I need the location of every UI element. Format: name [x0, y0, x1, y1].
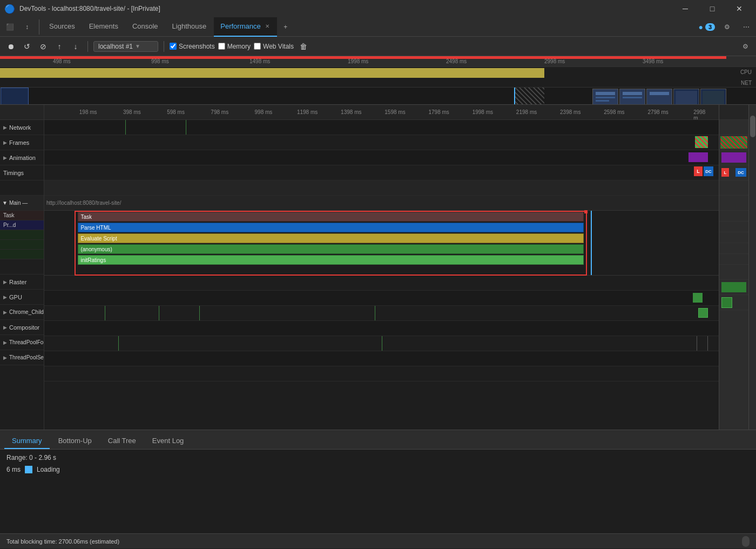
- tab-bar-left-icons: ⬛ ↕: [2, 19, 39, 35]
- close-button[interactable]: ✕: [727, 0, 752, 17]
- maximize-button[interactable]: □: [700, 0, 725, 17]
- tab-summary[interactable]: Summary: [4, 433, 50, 449]
- toolbar: ⏺ ↺ ⊘ ↑ ↓ localhost #1 ▼ Screenshots Mem…: [0, 37, 756, 56]
- svg-rect-10: [676, 91, 697, 105]
- settings-icon[interactable]: ⚙: [719, 19, 734, 35]
- detail-tick-998: 998 ms: [255, 109, 273, 115]
- timing-dc-marker: DC: [704, 166, 713, 176]
- scrollbar-thumb[interactable]: [750, 116, 755, 137]
- timeline-overview[interactable]: 498 ms 998 ms 1498 ms 1998 ms 2498 ms 29…: [0, 56, 756, 105]
- toolbar-divider-2: [164, 41, 164, 52]
- tab-performance-close[interactable]: ✕: [264, 22, 271, 30]
- bottom-panel: Summary Bottom-Up Call Tree Event Log Ra…: [0, 430, 756, 548]
- tab-add-button[interactable]: +: [278, 19, 293, 35]
- main-thread-url: http://localhost:8080/travel-site/: [46, 200, 121, 206]
- gpu-arrow: ▶: [3, 294, 7, 300]
- compositor-arrow: ▶: [3, 325, 7, 330]
- track-label-chrome-child[interactable]: ▶ Chrome_ChildIOThread: [0, 305, 44, 320]
- tab-elements[interactable]: Elements: [83, 17, 125, 37]
- tab-bar: ⬛ ↕ Sources Elements Console Lighthouse …: [0, 17, 756, 37]
- svg-rect-6: [623, 97, 642, 98]
- gpu-marker-3: [199, 306, 200, 320]
- detail-tick-598: 598 ms: [167, 109, 185, 115]
- minimize-button[interactable]: ─: [673, 0, 698, 17]
- main-thread-header-row: http://localhost:8080/travel-site/: [44, 196, 719, 211]
- track-content-area: 198 ms 398 ms 598 ms 798 ms 998 ms 1198 …: [44, 105, 719, 430]
- right-timings-row: L DC: [719, 165, 748, 180]
- spacer-flame-2: [0, 240, 44, 250]
- compositor-marker: [118, 336, 119, 351]
- record-button[interactable]: ⏺: [4, 40, 17, 53]
- track-label-timings[interactable]: Timings: [0, 165, 44, 180]
- web-vitals-checkbox[interactable]: Web Vitals: [254, 43, 294, 50]
- flame-task-evaluate-script[interactable]: Evaluate Script: [78, 233, 584, 243]
- detail-ruler: 198 ms 398 ms 598 ms 798 ms 998 ms 1198 …: [44, 105, 719, 120]
- detail-tick-2998: 2998 m: [693, 109, 710, 120]
- tab-console[interactable]: Console: [126, 17, 165, 37]
- long-task-bar: [0, 56, 726, 59]
- ruler-spacer: [0, 105, 44, 120]
- right-animation-fill: [721, 152, 746, 163]
- flame-chart-container[interactable]: Task Parse HTML Evaluate Script (anonymo…: [44, 211, 719, 276]
- track-label-frames[interactable]: ▶ Frames: [0, 135, 44, 150]
- right-dc-marker: DC: [735, 168, 746, 177]
- performance-settings-icon[interactable]: ⚙: [739, 40, 752, 53]
- cancel-button[interactable]: ⊘: [37, 40, 50, 53]
- track-row-animation: [44, 150, 719, 165]
- tab-lighthouse[interactable]: Lighthouse: [166, 17, 213, 37]
- memory-checkbox[interactable]: Memory: [218, 43, 251, 50]
- track-label-gpu[interactable]: ▶ GPU: [0, 290, 44, 305]
- download-button[interactable]: ↓: [69, 40, 82, 53]
- track-label-network[interactable]: ▶ Network: [0, 120, 44, 135]
- playhead-line: [514, 88, 515, 105]
- track-label-threadpool-fg[interactable]: ▶ ThreadPoolForegroundWorker: [0, 335, 44, 350]
- track-row-gpu: [44, 306, 719, 321]
- marker-line-2: [186, 120, 186, 135]
- ruler-tick-1: 498 ms: [53, 58, 71, 64]
- track-row-chrome-child: [44, 321, 719, 336]
- detail-tick-2598: 2598 ms: [604, 109, 624, 115]
- flame-task-parse-html[interactable]: Parse HTML: [78, 223, 584, 232]
- screenshot-svg-4: [674, 89, 699, 105]
- upload-button[interactable]: ↑: [53, 40, 66, 53]
- tab-event-log[interactable]: Event Log: [145, 433, 192, 449]
- tab-call-tree[interactable]: Call Tree: [100, 433, 144, 449]
- screenshots-checkbox[interactable]: Screenshots: [170, 43, 215, 50]
- screen-cast-icon[interactable]: ⬛: [2, 19, 17, 35]
- flame-task-anonymous[interactable]: (anonymous): [78, 244, 584, 254]
- tab-bottom-up[interactable]: Bottom-Up: [51, 433, 99, 449]
- flame-task-task[interactable]: Task: [78, 212, 584, 222]
- title-bar-title: DevTools - localhost:8080/travel-site/ -…: [19, 5, 669, 12]
- track-label-compositor[interactable]: ▶ Compositor: [0, 320, 44, 335]
- animation-indicator: [688, 152, 708, 162]
- trash-button[interactable]: 🗑: [297, 40, 310, 53]
- main-track-area: ▶ Network ▶ Frames ▶ Animation Timings ▼…: [0, 105, 756, 430]
- flame-task-init-ratings[interactable]: initRatings: [78, 255, 584, 265]
- screenshot-thumbnails: [592, 89, 726, 105]
- cpu-overview-bar: CPU: [0, 67, 756, 79]
- right-flame-1: [719, 211, 748, 222]
- more-tools-icon[interactable]: ⋯: [739, 19, 754, 35]
- inspect-icon[interactable]: ↕: [19, 19, 35, 35]
- right-flame-5: [719, 254, 748, 265]
- tab-performance[interactable]: Performance ✕: [214, 17, 276, 37]
- track-label-raster[interactable]: ▶ Raster: [0, 274, 44, 290]
- track-row-compositor: [44, 336, 719, 351]
- svg-rect-1: [596, 92, 615, 95]
- vertical-scrollbar[interactable]: [748, 105, 756, 430]
- net-label: NET: [741, 80, 752, 86]
- track-label-threadpool-svc[interactable]: ▶ ThreadPoolServiceThread: [0, 350, 44, 365]
- track-label-main[interactable]: ▼ Main —: [0, 196, 44, 211]
- spacer-1: [0, 180, 44, 196]
- track-label-animation[interactable]: ▶ Animation: [0, 150, 44, 165]
- svg-rect-3: [596, 100, 609, 102]
- right-mini-panel: L DC: [719, 105, 748, 430]
- playhead-detail: [591, 211, 592, 275]
- url-dropdown-icon[interactable]: ▼: [135, 43, 140, 49]
- status-bar: Total blocking time: 2700.06ms (estimate…: [0, 533, 756, 548]
- gpu-marker-2: [159, 306, 159, 320]
- tab-sources[interactable]: Sources: [43, 17, 82, 37]
- screenshot-5: [700, 89, 726, 105]
- refresh-button[interactable]: ↺: [21, 40, 33, 53]
- track-row-timings: L DC: [44, 165, 719, 180]
